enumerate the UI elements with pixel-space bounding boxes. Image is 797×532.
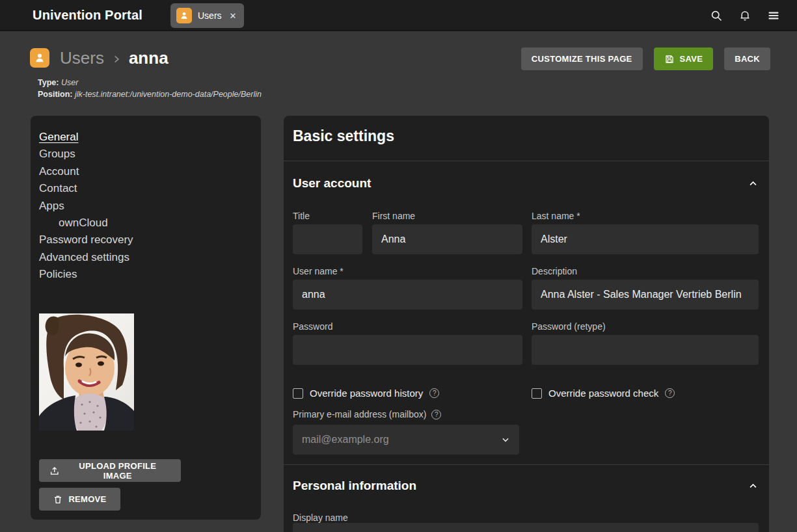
page-title: anna	[129, 48, 169, 68]
save-button[interactable]: SAVE	[654, 47, 714, 70]
type-label: Type:	[38, 78, 59, 87]
last-name-input[interactable]	[532, 224, 759, 254]
detail-form-card: Basic settings User account Title First …	[284, 116, 769, 532]
search-icon[interactable]	[710, 9, 723, 22]
customize-page-label: CUSTOMIZE THIS PAGE	[532, 54, 632, 64]
primary-email-combobox[interactable]: mail@example.org	[293, 425, 519, 455]
save-icon	[664, 54, 675, 64]
nav-item-advanced-settings[interactable]: Advanced settings	[39, 249, 133, 266]
nav-item-policies[interactable]: Policies	[39, 266, 133, 283]
object-type-line: Type: User	[38, 77, 262, 88]
user-name-field-label: User name *	[293, 266, 344, 276]
description-input[interactable]	[532, 280, 759, 310]
nav-item-apps[interactable]: Apps	[39, 198, 133, 215]
section-nav: General Groups Account Contact Apps ownC…	[39, 129, 133, 284]
breadcrumb-users-link[interactable]: Users	[60, 48, 104, 68]
first-name-field-label: First name	[372, 211, 415, 221]
override-password-check-checkbox[interactable]	[532, 388, 542, 399]
help-icon[interactable]: ?	[431, 410, 441, 419]
divider	[284, 464, 769, 465]
remove-image-label: REMOVE	[68, 494, 106, 504]
divider	[284, 161, 769, 161]
customize-page-button[interactable]: CUSTOMIZE THIS PAGE	[521, 47, 643, 70]
password-input[interactable]	[293, 335, 522, 365]
collapse-personal-information-icon[interactable]	[748, 481, 758, 491]
trash-icon	[53, 494, 63, 505]
password-retype-input[interactable]	[532, 335, 759, 365]
upload-icon	[49, 466, 60, 476]
menu-icon[interactable]	[767, 9, 780, 22]
top-bar: Univention Portal Users ✕	[0, 0, 797, 31]
bell-icon[interactable]	[738, 9, 751, 22]
override-password-check-label: Override password check	[548, 388, 658, 399]
display-name-input[interactable]	[293, 523, 759, 532]
side-navigation-card: General Groups Account Contact Apps ownC…	[31, 116, 261, 520]
last-name-field-label: Last name *	[532, 211, 580, 221]
object-position-line: Position: jlk-test.intranet:/univention-…	[38, 88, 262, 100]
help-icon[interactable]: ?	[429, 388, 439, 398]
users-module-icon	[30, 48, 49, 68]
user-name-input[interactable]	[293, 280, 522, 310]
help-icon[interactable]: ?	[665, 388, 675, 398]
breadcrumb: Users anna	[60, 48, 169, 68]
nav-item-contact[interactable]: Contact	[39, 180, 133, 197]
tab-users[interactable]: Users ✕	[170, 3, 244, 28]
nav-item-owncloud[interactable]: ownCloud	[39, 215, 133, 232]
override-password-history-label: Override password history	[310, 388, 423, 399]
users-icon	[176, 8, 192, 23]
title-field-label: Title	[293, 211, 310, 221]
section-user-account-title: User account	[293, 176, 371, 191]
password-retype-field-label: Password (retype)	[532, 321, 606, 332]
object-meta: Type: User Position: jlk-test.intranet:/…	[38, 77, 262, 100]
nav-item-general[interactable]: General	[39, 129, 133, 146]
save-label: SAVE	[680, 54, 703, 64]
password-field-label: Password	[293, 321, 332, 332]
back-label: BACK	[735, 54, 760, 64]
nav-item-password-recovery[interactable]: Password recovery	[39, 232, 133, 248]
header-actions: CUSTOMIZE THIS PAGE SAVE BACK	[521, 47, 770, 70]
primary-email-field-label: Primary e-mail address (mailbox)	[293, 409, 426, 419]
first-name-input[interactable]	[372, 224, 522, 254]
override-password-check-row: Override password check ?	[532, 388, 675, 399]
title-input[interactable]	[293, 224, 362, 254]
nav-item-groups[interactable]: Groups	[39, 146, 133, 163]
collapse-user-account-icon[interactable]	[748, 179, 758, 189]
form-title: Basic settings	[293, 127, 394, 145]
profile-photo	[39, 313, 134, 431]
section-personal-information-title: Personal information	[293, 479, 416, 493]
back-button[interactable]: BACK	[724, 47, 770, 70]
upload-profile-image-label: UPLOAD PROFILE IMAGE	[65, 461, 170, 481]
chevron-right-icon	[112, 55, 121, 64]
primary-email-placeholder: mail@example.org	[302, 434, 501, 446]
position-label: Position:	[38, 90, 72, 99]
tab-label: Users	[198, 10, 222, 21]
position-value: jlk-test.intranet:/univention-demo-data/…	[75, 90, 262, 99]
remove-image-button[interactable]: REMOVE	[39, 488, 120, 511]
close-tab-icon[interactable]: ✕	[228, 11, 237, 21]
upload-profile-image-button[interactable]: UPLOAD PROFILE IMAGE	[39, 459, 181, 482]
override-password-history-row: Override password history ?	[293, 388, 439, 399]
app-title: Univention Portal	[33, 8, 142, 23]
display-name-field-label: Display name	[293, 512, 348, 523]
nav-item-account[interactable]: Account	[39, 163, 133, 180]
type-value: User	[61, 78, 78, 87]
override-password-history-checkbox[interactable]	[293, 388, 303, 399]
description-field-label: Description	[532, 266, 577, 276]
primary-email-label-row: Primary e-mail address (mailbox) ?	[293, 409, 441, 419]
chevron-down-icon	[501, 435, 510, 444]
